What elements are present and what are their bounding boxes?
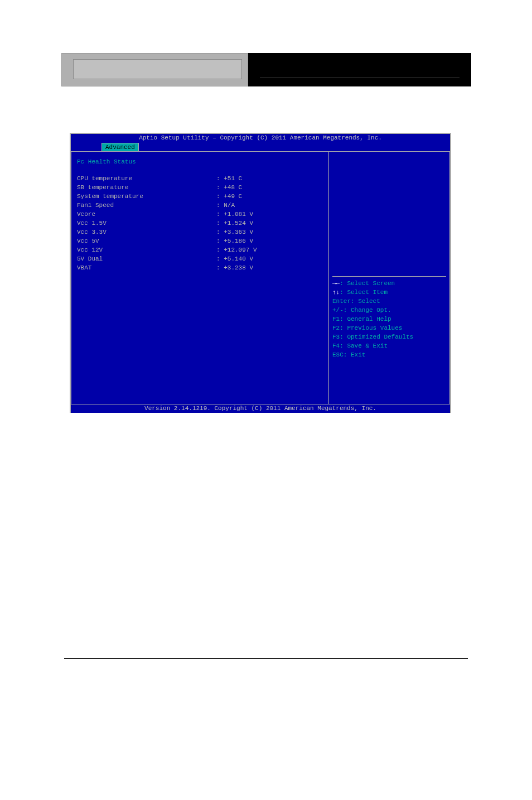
status-value: : +3.238 V [216, 263, 253, 272]
header-right-underline [260, 78, 460, 78]
help-text: ESC: Exit [332, 351, 365, 358]
status-label: Vcc 1.5V [77, 219, 216, 228]
status-row: Fan1 Speed: N/A [77, 201, 323, 210]
section-title: Pc Health Status [77, 158, 323, 165]
status-row: SB temperature: +48 C [77, 183, 323, 192]
page-footer-divider [64, 658, 468, 659]
status-label: Vcc 5V [77, 237, 216, 245]
bios-body: Pc Health Status CPU temperature: +51 CS… [71, 151, 450, 404]
status-row: 5V Dual: +5.140 V [77, 254, 323, 263]
status-value: : +49 C [216, 192, 242, 201]
help-line: F2: Previous Values [332, 324, 446, 332]
help-line: ↑↓: Select Item [332, 288, 446, 297]
arrow-icon: ↑↓ [332, 289, 340, 296]
bios-window: Aptio Setup Utility – Copyright (C) 2011… [70, 133, 451, 413]
help-text: F3: Optimized Defaults [332, 334, 413, 340]
help-line: ESC: Exit [332, 350, 446, 359]
status-row: Vcc 1.5V: +1.524 V [77, 219, 323, 228]
status-row: Vcc 12V: +12.097 V [77, 245, 323, 254]
tab-advanced[interactable]: Advanced [101, 143, 139, 151]
header-left-block [61, 53, 248, 86]
status-row: VBAT: +3.238 V [77, 263, 323, 272]
status-label: System temperature [77, 192, 216, 201]
status-rows: CPU temperature: +51 CSB temperature: +4… [77, 174, 323, 272]
status-value: : +5.140 V [216, 254, 253, 263]
status-row: Vcc 5V: +5.186 V [77, 237, 323, 245]
document-header [61, 53, 471, 86]
status-value: : +1.081 V [216, 210, 253, 219]
help-line: F1: General Help [332, 315, 446, 324]
bios-main-panel: Pc Health Status CPU temperature: +51 CS… [71, 152, 329, 404]
help-text: F2: Previous Values [332, 325, 402, 331]
status-label: 5V Dual [77, 254, 216, 263]
help-text: F4: Save & Exit [332, 343, 388, 349]
help-spacer [332, 359, 446, 398]
status-label: VBAT [77, 263, 216, 272]
help-text: F1: General Help [332, 316, 391, 322]
arrow-icon: →← [332, 280, 340, 287]
help-line: F3: Optimized Defaults [332, 332, 446, 341]
help-line: →←: Select Screen [332, 279, 446, 288]
bios-title-bar: Aptio Setup Utility – Copyright (C) 2011… [71, 134, 450, 142]
status-label: SB temperature [77, 183, 216, 192]
status-label: CPU temperature [77, 174, 216, 183]
help-lines: →←: Select Screen↑↓: Select ItemEnter: S… [332, 279, 446, 359]
status-value: : +3.363 V [216, 228, 253, 237]
status-value: : +48 C [216, 183, 242, 192]
help-line: +/-: Change Opt. [332, 306, 446, 315]
help-divider [332, 276, 446, 277]
status-row: Vcc 3.3V: +3.363 V [77, 228, 323, 237]
help-text: : Select Item [340, 289, 388, 296]
status-label: Vcc 3.3V [77, 228, 216, 237]
status-value: : +1.524 V [216, 219, 253, 228]
status-label: Vcore [77, 210, 216, 219]
status-row: System temperature: +49 C [77, 192, 323, 201]
header-right-block [248, 53, 471, 86]
status-value: : N/A [216, 201, 235, 210]
help-text: Enter: Select [332, 298, 380, 305]
bios-version-bar: Version 2.14.1219. Copyright (C) 2011 Am… [71, 404, 450, 413]
help-line: F4: Save & Exit [332, 341, 446, 350]
status-row: CPU temperature: +51 C [77, 174, 323, 183]
bios-tab-bar: Advanced [71, 142, 450, 151]
bios-help-panel: →←: Select Screen↑↓: Select ItemEnter: S… [329, 152, 449, 404]
header-left-inner [73, 59, 242, 79]
status-value: : +51 C [216, 174, 242, 183]
help-text: : Select Screen [340, 280, 395, 287]
help-line: Enter: Select [332, 297, 446, 306]
status-value: : +12.097 V [216, 245, 257, 254]
status-value: : +5.186 V [216, 237, 253, 245]
status-label: Vcc 12V [77, 245, 216, 254]
status-row: Vcore: +1.081 V [77, 210, 323, 219]
help-text: +/-: Change Opt. [332, 307, 391, 314]
status-label: Fan1 Speed [77, 201, 216, 210]
